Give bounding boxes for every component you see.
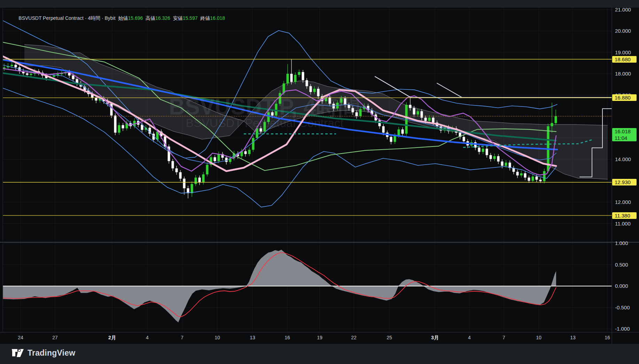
- ohlc-label: 高値: [143, 15, 155, 21]
- candle-up: [191, 184, 193, 193]
- candle-up: [118, 125, 120, 133]
- candle-up: [218, 154, 220, 161]
- time-tick-label: 24: [18, 335, 23, 340]
- candle-down: [497, 156, 500, 161]
- tradingview-logo-icon: [11, 348, 24, 358]
- candle-up: [279, 93, 281, 104]
- candle-down: [536, 176, 538, 180]
- time-tick-label: 3月: [431, 335, 439, 341]
- time-tick-label: 10: [536, 335, 541, 340]
- price-level-badge: 18.680: [612, 56, 637, 63]
- chart-canvas[interactable]: [0, 8, 639, 344]
- candle-down: [356, 112, 358, 116]
- candle-up: [493, 156, 496, 159]
- time-tick-label: 13: [250, 335, 255, 340]
- candle-down: [348, 105, 350, 108]
- candle-down: [15, 65, 17, 67]
- candle-down: [528, 177, 530, 181]
- ohlc-values: 始値15.696 高値16.326 安値15.597 終値16.018: [116, 15, 225, 21]
- candle-up: [53, 76, 55, 77]
- candle-down: [95, 98, 98, 101]
- candle-up: [313, 89, 316, 92]
- candle-up: [505, 163, 507, 166]
- candle-down: [26, 73, 29, 75]
- candle-up: [551, 123, 553, 126]
- candle-down: [214, 157, 216, 161]
- candle-up: [294, 75, 297, 82]
- candle-up: [264, 122, 266, 132]
- time-tick-label: 25: [387, 335, 392, 340]
- last-price-badge: 16.018 11:04: [612, 128, 637, 141]
- time-tick-label: 7: [181, 335, 184, 340]
- candle-down: [317, 89, 320, 96]
- chart-pane[interactable]: BSVUSDT Perpetual Contract · 4時間 · Bybit…: [0, 8, 639, 344]
- candle-up: [398, 129, 400, 136]
- candle-down: [172, 161, 174, 168]
- price-level-badge: 12.930: [612, 179, 637, 185]
- candle-down: [490, 155, 492, 159]
- tradingview-logo[interactable]: TradingView: [11, 348, 75, 358]
- candle-down: [260, 128, 262, 132]
- ohlc-value: 16.326: [155, 15, 170, 21]
- candle-up: [417, 111, 419, 114]
- time-tick-label: 16: [285, 335, 290, 340]
- candle-down: [524, 173, 527, 177]
- candle-up: [340, 98, 343, 103]
- candle-down: [352, 108, 354, 112]
- ohlc-value: 16.018: [210, 15, 225, 21]
- candle-up: [394, 136, 396, 142]
- candle-down: [310, 86, 312, 92]
- time-tick-label: 2月: [108, 335, 116, 341]
- time-tick-label: 16: [605, 335, 610, 340]
- oscillator-tick-label: -1.000: [615, 326, 638, 332]
- candle-down: [306, 80, 308, 86]
- candle-up: [195, 177, 197, 184]
- candle-up: [267, 112, 270, 122]
- candle-down: [402, 129, 404, 134]
- time-tick-label: 4: [468, 335, 471, 340]
- ohlc-value: 15.696: [128, 15, 143, 21]
- ohlc-label: 安値: [170, 15, 183, 21]
- symbol-title[interactable]: BSVUSDT Perpetual Contract · 4時間 · Bybit: [18, 15, 115, 21]
- price-tick-label: 11.000: [615, 221, 638, 227]
- price-tick-label: 14.000: [615, 156, 638, 163]
- candle-down: [122, 125, 124, 128]
- candle-up: [30, 74, 32, 75]
- candle-down: [409, 105, 412, 108]
- time-tick-label: 19: [317, 335, 322, 340]
- candle-up: [206, 165, 209, 174]
- candle-up: [555, 116, 557, 123]
- candle-down: [486, 149, 488, 155]
- tradingview-snapshot: 3月 11, 2026 16:48 UTC+9、takatabaがTrading…: [0, 0, 639, 364]
- candle-up: [202, 174, 205, 182]
- ohlc-value: 15.597: [183, 15, 198, 21]
- oscillator-tick-label: 0.000: [615, 283, 638, 289]
- footer-bar: TradingView: [0, 344, 639, 364]
- oscillator-tick-label: 1.000: [615, 240, 638, 246]
- candle-down: [390, 137, 392, 142]
- candle-down: [424, 118, 427, 121]
- candle-down: [72, 76, 75, 79]
- time-tick-label: 27: [52, 335, 58, 340]
- price-level-badge: 11.380: [612, 212, 637, 219]
- price-tick-label: 20.000: [615, 28, 638, 34]
- time-tick-label: 22: [351, 335, 357, 340]
- tradingview-logo-text: TradingView: [28, 348, 75, 358]
- candle-down: [516, 172, 519, 175]
- candle-down: [176, 168, 178, 172]
- price-tick-label: 12.000: [615, 199, 638, 205]
- symbol-legend[interactable]: BSVUSDT Perpetual Contract · 4時間 · Bybit…: [10, 10, 225, 27]
- candle-down: [463, 137, 465, 141]
- ohlc-label: 終値: [197, 15, 210, 21]
- candle-down: [478, 148, 481, 152]
- candle-down: [379, 120, 381, 126]
- candle-up: [287, 74, 289, 84]
- oscillator-tick-label: -0.500: [615, 304, 638, 311]
- candle-down: [421, 111, 423, 118]
- candle-up: [252, 138, 255, 150]
- candle-down: [183, 179, 186, 188]
- candle-down: [302, 72, 304, 80]
- time-tick-label: 13: [570, 335, 576, 340]
- price-tick-label: 18.000: [615, 71, 638, 77]
- candle-up: [11, 65, 13, 66]
